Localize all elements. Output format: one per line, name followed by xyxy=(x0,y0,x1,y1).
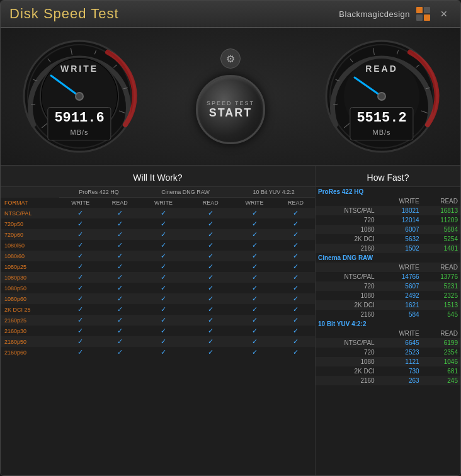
hf-format-name: 2160 xyxy=(316,376,378,385)
hf-write-value: 6007 xyxy=(378,225,422,234)
close-button[interactable]: ✕ xyxy=(436,8,452,20)
wiw-check-cell: ✓ xyxy=(101,240,139,251)
wiw-row: 1080i50✓✓✓✓✓✓ xyxy=(1,240,315,251)
hf-read-colhead: READ xyxy=(422,329,460,338)
will-it-work-panel: Will It Work? ProRes 422 HQ Cinema DNG R… xyxy=(1,166,316,475)
hf-read-colhead: READ xyxy=(422,263,460,272)
check-icon: ✓ xyxy=(117,273,123,281)
hf-write-value: 5632 xyxy=(378,234,422,244)
check-icon: ✓ xyxy=(208,316,213,324)
hf-read-value: 16813 xyxy=(422,206,460,215)
hf-format-name: NTSC/PAL xyxy=(316,206,378,215)
check-icon: ✓ xyxy=(252,252,258,259)
check-icon: ✓ xyxy=(252,295,258,302)
start-button[interactable]: SPEED TEST START xyxy=(196,75,265,144)
hf-col-header-row: WRITEREAD xyxy=(316,196,460,206)
wiw-check-cell: ✓ xyxy=(232,347,276,358)
wiw-check-cell: ✓ xyxy=(139,304,189,315)
hf-write-value: 1121 xyxy=(378,357,422,366)
write-unit: MB/s xyxy=(70,128,88,136)
brand-logo xyxy=(416,7,430,21)
how-fast-table: ProRes 422 HQWRITEREADNTSC/PAL1802116813… xyxy=(316,187,460,385)
wiw-cdng-read-header: READ xyxy=(188,198,232,208)
wiw-check-cell: ✓ xyxy=(188,272,232,283)
wiw-format-cell: 1080p25 xyxy=(1,261,59,272)
wiw-row: 720p50✓✓✓✓✓✓ xyxy=(1,218,315,229)
hf-read-value: 1401 xyxy=(422,244,460,253)
check-icon: ✓ xyxy=(293,230,299,238)
wiw-format-cell: 1080i60 xyxy=(1,251,59,261)
check-icon: ✓ xyxy=(161,295,166,302)
wiw-check-cell: ✓ xyxy=(139,336,189,347)
wiw-check-cell: ✓ xyxy=(188,229,232,240)
check-icon: ✓ xyxy=(117,220,123,227)
hf-data-row: 2K DCI56325254 xyxy=(316,234,460,244)
hf-format-name: 2K DCI xyxy=(316,366,378,376)
hf-write-value: 6645 xyxy=(378,338,422,348)
wiw-check-cell: ✓ xyxy=(101,251,139,261)
hf-read-colhead: READ xyxy=(422,196,460,206)
wiw-check-cell: ✓ xyxy=(101,326,139,336)
wiw-format-cell: 1080p30 xyxy=(1,272,59,283)
hf-data-row: 2160584545 xyxy=(316,310,460,319)
check-icon: ✓ xyxy=(208,284,213,292)
wiw-check-cell: ✓ xyxy=(139,315,189,326)
hf-data-row: 72056075231 xyxy=(316,281,460,291)
hf-write-value: 263 xyxy=(378,376,422,385)
settings-button[interactable]: ⚙ xyxy=(220,48,241,69)
wiw-cdng-header: Cinema DNG RAW xyxy=(139,187,233,198)
check-icon: ✓ xyxy=(77,230,83,238)
check-icon: ✓ xyxy=(77,348,83,356)
wiw-row: 2160p60✓✓✓✓✓✓ xyxy=(1,347,315,358)
start-button-label: SPEED TEST xyxy=(207,100,254,106)
check-icon: ✓ xyxy=(252,327,258,334)
check-icon: ✓ xyxy=(252,316,258,324)
check-icon: ✓ xyxy=(77,295,83,302)
wiw-format-cell: NTSC/PAL xyxy=(1,208,59,218)
wiw-check-cell: ✓ xyxy=(276,336,315,347)
data-area: Will It Work? ProRes 422 HQ Cinema DNG R… xyxy=(1,166,460,475)
check-icon: ✓ xyxy=(77,316,83,324)
wiw-format-header xyxy=(1,187,59,198)
check-icon: ✓ xyxy=(208,220,213,227)
wiw-check-cell: ✓ xyxy=(139,293,189,304)
wiw-check-cell: ✓ xyxy=(188,240,232,251)
wiw-check-cell: ✓ xyxy=(232,229,276,240)
wiw-format-col-header: FORMAT xyxy=(1,198,59,208)
wiw-format-cell: 2160p30 xyxy=(1,326,59,336)
check-icon: ✓ xyxy=(117,305,123,313)
wiw-check-cell: ✓ xyxy=(101,336,139,347)
check-icon: ✓ xyxy=(77,209,83,217)
center-controls: ⚙ SPEED TEST START xyxy=(196,48,265,144)
hf-format-name: 720 xyxy=(316,215,378,225)
wiw-cdng-write-header: WRITE xyxy=(139,198,189,208)
wiw-row: 1080i60✓✓✓✓✓✓ xyxy=(1,251,315,261)
hf-write-colhead: WRITE xyxy=(378,263,422,272)
check-icon: ✓ xyxy=(77,252,83,259)
check-icon: ✓ xyxy=(117,263,123,270)
wiw-check-cell: ✓ xyxy=(188,251,232,261)
wiw-check-cell: ✓ xyxy=(276,218,315,229)
hf-write-value: 2492 xyxy=(378,291,422,300)
hf-section-header-row: Cinema DNG RAW xyxy=(316,253,460,263)
hf-write-value: 12014 xyxy=(378,215,422,225)
wiw-check-cell: ✓ xyxy=(101,229,139,240)
wiw-check-cell: ✓ xyxy=(101,347,139,358)
hf-write-colhead: WRITE xyxy=(378,196,422,206)
hf-read-value: 13776 xyxy=(422,272,460,281)
write-gauge: WRITE 5911.6 MB/s xyxy=(20,46,139,147)
check-icon: ✓ xyxy=(77,273,83,281)
wiw-check-cell: ✓ xyxy=(59,304,101,315)
wiw-check-cell: ✓ xyxy=(188,347,232,358)
hf-read-value: 2325 xyxy=(422,291,460,300)
wiw-check-cell: ✓ xyxy=(232,336,276,347)
wiw-check-cell: ✓ xyxy=(188,283,232,293)
hf-data-row: 72025232354 xyxy=(316,348,460,357)
wiw-format-cell: 1080i50 xyxy=(1,240,59,251)
hf-write-value: 730 xyxy=(378,366,422,376)
hf-read-value: 681 xyxy=(422,366,460,376)
wiw-check-cell: ✓ xyxy=(276,283,315,293)
brand-name: Blackmagicdesign xyxy=(339,9,410,19)
wiw-check-cell: ✓ xyxy=(276,251,315,261)
hf-write-colhead: WRITE xyxy=(378,329,422,338)
